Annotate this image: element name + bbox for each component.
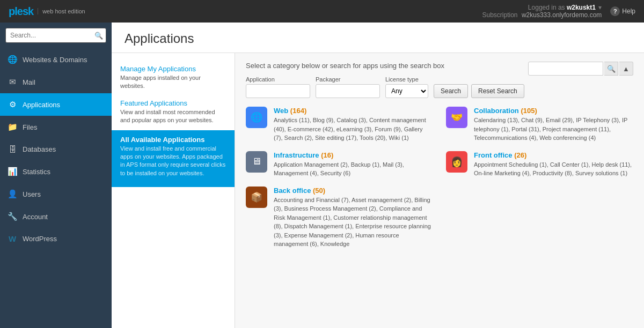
collapse-icon[interactable]: ▲ [619,62,633,76]
frontoffice-content: Front office (26) Appointment Scheduling… [474,151,633,178]
users-icon: 👤 [8,189,17,199]
web-title[interactable]: Web [274,107,288,115]
web-desc: Analytics (11), Blog (9), Catalog (3), C… [274,116,433,143]
frontoffice-desc: Appointment Scheduling (1), Call Center … [474,160,633,178]
sidebar-item-databases[interactable]: 🗄 Databases [0,138,112,160]
sidebar-item-users[interactable]: 👤 Users [0,183,112,205]
featured-apps-title[interactable]: Featured Applications [120,99,226,107]
application-label: Application [246,76,310,83]
logo-area: plesk web host edition [9,5,85,18]
sidebar: 🔍 🌐 Websites & Domains ✉ Mail ⚙ Applicat… [0,23,112,328]
category-web: 🌐 Web (164) Analytics (11), Blog (9), Ca… [246,107,433,143]
plesk-logo: plesk [9,5,33,18]
layout: 🔍 🌐 Websites & Domains ✉ Mail ⚙ Applicat… [0,23,644,328]
sidebar-item-files[interactable]: 📁 Files [0,116,112,138]
web-title-line: Web (164) [274,107,433,115]
sidebar-item-label: Applications [23,101,60,109]
files-icon: 📁 [8,122,17,132]
help-label: Help [622,8,635,15]
category-infrastructure: 🖥 Infrastructure (16) Application Manage… [246,151,433,178]
websites-icon: 🌐 [8,55,17,64]
search-input[interactable] [5,28,106,43]
sidebar-item-mail[interactable]: ✉ Mail [0,71,112,93]
search-buttons: Search Reset Search [434,84,524,98]
collaboration-count: (105) [521,107,537,115]
search-button[interactable]: Search [434,84,468,98]
subscription-value: w2kus333.onlyfordemo.com [522,11,602,19]
license-label: License type [385,76,428,83]
collaboration-content: Collaboration (105) Calendaring (13), Ch… [474,107,633,143]
search-bar: Application Packager License type Any Fr… [246,76,633,98]
all-apps-desc: View and install free and commercial app… [120,144,226,182]
wordpress-icon: W [8,234,17,243]
sidebar-item-websites[interactable]: 🌐 Websites & Domains [0,48,112,71]
search-wrap: 🔍 [5,28,106,43]
main-header: Applications [112,23,644,53]
backoffice-desc: Accounting and Financial (7), Asset mana… [274,196,433,249]
backoffice-title[interactable]: Back office [274,187,311,195]
help-icon: ? [610,6,620,16]
top-search-icon[interactable]: 🔍 [604,62,618,76]
right-panel-top: Select a category below or search for ap… [246,62,633,70]
backoffice-count: (50) [313,187,325,195]
page-title: Applications [125,31,631,46]
username[interactable]: w2kuskt1 [567,4,596,11]
sidebar-item-label: Databases [23,145,56,153]
mail-icon: ✉ [8,77,17,87]
web-icon: 🌐 [246,107,267,128]
main-body: Manage My Applications Manage apps insta… [112,53,644,328]
backoffice-content: Back office (50) Accounting and Financia… [274,187,433,249]
packager-input[interactable] [316,84,380,98]
search-icon: 🔍 [94,32,103,40]
help-button[interactable]: ? Help [610,6,635,16]
infrastructure-icon: 🖥 [246,151,267,173]
frontoffice-icon: 👩 [446,151,467,173]
collaboration-title-line: Collaboration (105) [474,107,633,115]
categories-grid: 🌐 Web (164) Analytics (11), Blog (9), Ca… [246,107,633,249]
web-count: (164) [290,107,306,115]
applications-icon: ⚙ [8,100,17,109]
application-input[interactable] [246,84,310,98]
featured-apps-link[interactable]: Featured Applications View and install m… [112,96,235,130]
sidebar-item-label: Mail [23,78,35,86]
packager-filter: Packager [316,76,380,98]
frontoffice-title-line: Front office (26) [474,151,633,159]
category-frontoffice: 👩 Front office (26) Appointment Scheduli… [446,151,633,178]
top-search-input[interactable] [528,62,603,76]
subscription-label: Subscription [482,11,518,19]
manage-apps-desc: Manage apps installed on your websites. [120,73,226,95]
infrastructure-desc: Application Management (2), Backup (1), … [274,160,433,178]
frontoffice-title[interactable]: Front office [474,151,513,159]
sidebar-item-statistics[interactable]: 📊 Statistics [0,160,112,183]
license-select[interactable]: Any Free Commercial [385,84,428,98]
sidebar-nav: 🌐 Websites & Domains ✉ Mail ⚙ Applicatio… [0,48,112,328]
infrastructure-title[interactable]: Infrastructure [274,151,319,159]
web-content: Web (164) Analytics (11), Blog (9), Cata… [274,107,433,143]
collaboration-icon: 🤝 [446,107,467,128]
statistics-icon: 📊 [8,167,17,176]
category-collaboration: 🤝 Collaboration (105) Calendaring (13), … [446,107,633,143]
main-content: Applications Manage My Applications Mana… [112,23,644,328]
sidebar-item-label: Websites & Domains [23,56,87,64]
manage-apps-title[interactable]: Manage My Applications [120,65,226,73]
infrastructure-count: (16) [321,151,333,159]
collaboration-title[interactable]: Collaboration [474,107,519,115]
edition-text: web host edition [38,8,85,14]
dropdown-arrow[interactable]: ▾ [598,4,602,11]
sidebar-item-wordpress[interactable]: W WordPress [0,228,112,250]
sidebar-item-label: Account [23,213,48,221]
sidebar-item-label: Files [23,123,37,131]
right-panel: Select a category below or search for ap… [235,53,644,328]
sidebar-item-applications[interactable]: ⚙ Applications [0,93,112,116]
all-apps-title[interactable]: All Available Applications [120,136,226,144]
sidebar-item-label: Statistics [23,168,50,176]
account-icon: 🔧 [8,212,17,221]
sidebar-item-account[interactable]: 🔧 Account [0,205,112,228]
logged-as-label: Logged in as [528,4,565,11]
backoffice-title-line: Back office (50) [274,187,433,195]
all-apps-link[interactable]: All Available Applications View and inst… [112,130,235,188]
manage-apps-link[interactable]: Manage My Applications Manage apps insta… [112,62,235,96]
reset-search-button[interactable]: Reset Search [471,84,524,98]
user-info: Logged in as w2kuskt1 ▾ Subscription w2k… [482,4,602,19]
category-backoffice: 📦 Back office (50) Accounting and Financ… [246,187,433,249]
